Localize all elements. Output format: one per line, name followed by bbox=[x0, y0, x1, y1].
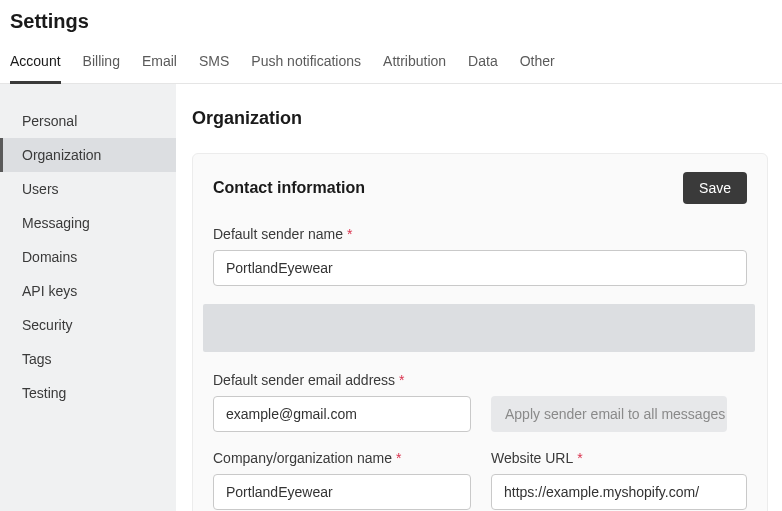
tab-data[interactable]: Data bbox=[468, 41, 498, 83]
tab-sms[interactable]: SMS bbox=[199, 41, 229, 83]
sidebar-item-messaging[interactable]: Messaging bbox=[0, 206, 176, 240]
default-sender-name-input[interactable] bbox=[213, 250, 747, 286]
default-sender-email-input[interactable] bbox=[213, 396, 471, 432]
default-sender-name-label-text: Default sender name bbox=[213, 226, 343, 242]
sidebar-item-testing[interactable]: Testing bbox=[0, 376, 176, 410]
tab-attribution[interactable]: Attribution bbox=[383, 41, 446, 83]
required-indicator: * bbox=[347, 226, 352, 242]
sidebar-item-users[interactable]: Users bbox=[0, 172, 176, 206]
sidebar-item-api-keys[interactable]: API keys bbox=[0, 274, 176, 308]
sidebar-item-organization[interactable]: Organization bbox=[0, 138, 176, 172]
required-indicator: * bbox=[577, 450, 582, 466]
page-title: Settings bbox=[0, 0, 782, 41]
tab-push-notifications[interactable]: Push notifications bbox=[251, 41, 361, 83]
tab-account[interactable]: Account bbox=[10, 41, 61, 83]
website-url-label-text: Website URL bbox=[491, 450, 573, 466]
default-sender-email-label: Default sender email address* bbox=[213, 372, 471, 388]
contact-info-card: Contact information Save Default sender … bbox=[192, 153, 768, 511]
company-name-label: Company/organization name* bbox=[213, 450, 471, 466]
tab-billing[interactable]: Billing bbox=[83, 41, 120, 83]
tab-email[interactable]: Email bbox=[142, 41, 177, 83]
sidebar-item-domains[interactable]: Domains bbox=[0, 240, 176, 274]
save-button[interactable]: Save bbox=[683, 172, 747, 204]
sidebar-item-security[interactable]: Security bbox=[0, 308, 176, 342]
default-sender-name-label: Default sender name* bbox=[213, 226, 747, 242]
placeholder-block bbox=[203, 304, 755, 352]
default-sender-email-label-text: Default sender email address bbox=[213, 372, 395, 388]
required-indicator: * bbox=[399, 372, 404, 388]
website-url-input[interactable] bbox=[491, 474, 747, 510]
main-content: Organization Contact information Save De… bbox=[176, 84, 782, 511]
required-indicator: * bbox=[396, 450, 401, 466]
card-title: Contact information bbox=[213, 179, 365, 197]
tab-other[interactable]: Other bbox=[520, 41, 555, 83]
company-name-input[interactable] bbox=[213, 474, 471, 510]
tabs-bar: Account Billing Email SMS Push notificat… bbox=[0, 41, 782, 84]
sidebar-item-personal[interactable]: Personal bbox=[0, 104, 176, 138]
apply-sender-email-button[interactable]: Apply sender email to all messages bbox=[491, 396, 727, 432]
sidebar: Personal Organization Users Messaging Do… bbox=[0, 84, 176, 511]
website-url-label: Website URL* bbox=[491, 450, 747, 466]
section-title: Organization bbox=[192, 108, 768, 129]
company-name-label-text: Company/organization name bbox=[213, 450, 392, 466]
sidebar-item-tags[interactable]: Tags bbox=[0, 342, 176, 376]
